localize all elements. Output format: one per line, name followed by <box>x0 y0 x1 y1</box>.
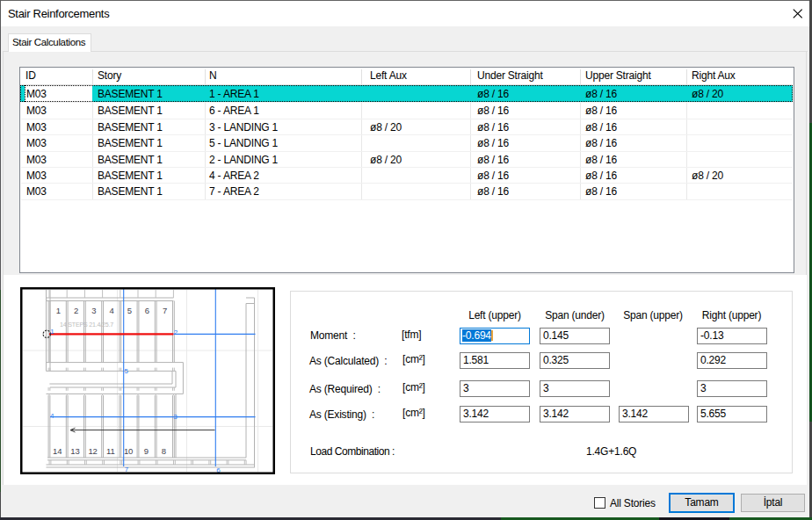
svg-text:8: 8 <box>162 446 166 456</box>
svg-text:5: 5 <box>127 306 132 315</box>
svg-text:9: 9 <box>144 446 149 456</box>
svg-text:7: 7 <box>163 306 167 315</box>
svg-text:6: 6 <box>145 306 149 315</box>
svg-text:14 STEPS 21.4/25.7: 14 STEPS 21.4/25.7 <box>60 321 113 329</box>
svg-text:12: 12 <box>89 446 98 456</box>
svg-text:2: 2 <box>74 306 78 315</box>
svg-text:3: 3 <box>91 306 96 315</box>
svg-text:1: 1 <box>56 306 61 315</box>
svg-text:7: 7 <box>125 466 129 473</box>
svg-text:10: 10 <box>124 446 133 456</box>
svg-text:13: 13 <box>70 446 79 456</box>
svg-text:1: 1 <box>50 328 54 336</box>
svg-text:11: 11 <box>106 446 114 456</box>
svg-text:4: 4 <box>109 306 113 315</box>
svg-text:3: 3 <box>173 413 178 421</box>
svg-text:2: 2 <box>174 329 178 336</box>
svg-text:14: 14 <box>53 446 62 456</box>
